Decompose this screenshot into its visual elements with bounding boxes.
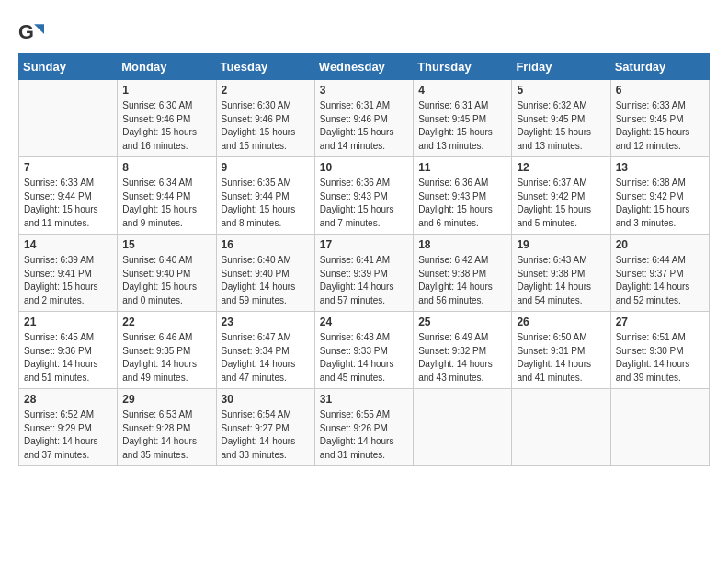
day-number: 30 xyxy=(222,393,310,406)
header-cell-wednesday: Wednesday xyxy=(314,54,413,80)
day-number: 3 xyxy=(320,84,408,97)
day-number: 28 xyxy=(24,393,112,406)
day-number: 18 xyxy=(418,238,506,251)
day-info: Sunrise: 6:35 AM Sunset: 9:44 PM Dayligh… xyxy=(222,177,310,230)
day-number: 29 xyxy=(122,393,210,406)
day-cell: 26Sunrise: 6:50 AM Sunset: 9:31 PM Dayli… xyxy=(512,312,610,389)
day-info: Sunrise: 6:53 AM Sunset: 9:28 PM Dayligh… xyxy=(122,408,210,462)
day-info: Sunrise: 6:44 AM Sunset: 9:37 PM Dayligh… xyxy=(616,254,704,307)
day-cell: 6Sunrise: 6:33 AM Sunset: 9:45 PM Daylig… xyxy=(610,80,709,157)
day-info: Sunrise: 6:51 AM Sunset: 9:30 PM Dayligh… xyxy=(616,331,704,385)
day-cell: 3Sunrise: 6:31 AM Sunset: 9:46 PM Daylig… xyxy=(314,80,413,157)
day-info: Sunrise: 6:33 AM Sunset: 9:45 PM Dayligh… xyxy=(616,99,704,153)
day-info: Sunrise: 6:39 AM Sunset: 9:41 PM Dayligh… xyxy=(24,254,112,307)
day-cell: 9Sunrise: 6:35 AM Sunset: 9:44 PM Daylig… xyxy=(216,157,314,235)
day-number: 17 xyxy=(320,238,408,251)
day-info: Sunrise: 6:31 AM Sunset: 9:46 PM Dayligh… xyxy=(320,99,408,153)
day-info: Sunrise: 6:41 AM Sunset: 9:39 PM Dayligh… xyxy=(320,254,408,307)
header-cell-saturday: Saturday xyxy=(610,54,709,80)
day-info: Sunrise: 6:36 AM Sunset: 9:43 PM Dayligh… xyxy=(418,177,506,230)
week-row-1: 1Sunrise: 6:30 AM Sunset: 9:46 PM Daylig… xyxy=(19,80,710,157)
day-info: Sunrise: 6:37 AM Sunset: 9:42 PM Dayligh… xyxy=(517,177,605,230)
day-number: 5 xyxy=(517,84,605,97)
day-number: 24 xyxy=(320,316,408,328)
day-cell: 23Sunrise: 6:47 AM Sunset: 9:34 PM Dayli… xyxy=(216,312,314,389)
day-cell: 13Sunrise: 6:38 AM Sunset: 9:42 PM Dayli… xyxy=(610,157,709,235)
day-info: Sunrise: 6:31 AM Sunset: 9:45 PM Dayligh… xyxy=(418,99,506,153)
day-cell: 7Sunrise: 6:33 AM Sunset: 9:44 PM Daylig… xyxy=(19,157,118,235)
day-number: 6 xyxy=(616,84,704,97)
logo: G xyxy=(18,18,48,44)
day-number: 2 xyxy=(222,84,310,97)
day-cell: 2Sunrise: 6:30 AM Sunset: 9:46 PM Daylig… xyxy=(216,80,314,157)
day-info: Sunrise: 6:50 AM Sunset: 9:31 PM Dayligh… xyxy=(517,331,605,385)
week-row-3: 14Sunrise: 6:39 AM Sunset: 9:41 PM Dayli… xyxy=(19,235,710,312)
day-cell: 22Sunrise: 6:46 AM Sunset: 9:35 PM Dayli… xyxy=(118,312,216,389)
week-row-5: 28Sunrise: 6:52 AM Sunset: 9:29 PM Dayli… xyxy=(19,389,710,466)
header-cell-friday: Friday xyxy=(512,54,610,80)
day-info: Sunrise: 6:48 AM Sunset: 9:33 PM Dayligh… xyxy=(320,331,408,385)
day-number: 21 xyxy=(24,316,112,328)
day-cell: 24Sunrise: 6:48 AM Sunset: 9:33 PM Dayli… xyxy=(314,312,413,389)
day-cell xyxy=(512,389,610,466)
svg-marker-1 xyxy=(34,24,44,34)
day-cell: 17Sunrise: 6:41 AM Sunset: 9:39 PM Dayli… xyxy=(314,235,413,312)
logo-icon: G xyxy=(18,18,44,44)
day-number: 4 xyxy=(418,84,506,97)
header-cell-monday: Monday xyxy=(118,54,216,80)
day-cell: 29Sunrise: 6:53 AM Sunset: 9:28 PM Dayli… xyxy=(118,389,216,466)
day-cell: 8Sunrise: 6:34 AM Sunset: 9:44 PM Daylig… xyxy=(118,157,216,235)
day-cell: 20Sunrise: 6:44 AM Sunset: 9:37 PM Dayli… xyxy=(610,235,709,312)
page-header: G xyxy=(18,18,710,44)
day-cell: 27Sunrise: 6:51 AM Sunset: 9:30 PM Dayli… xyxy=(610,312,709,389)
header-cell-tuesday: Tuesday xyxy=(216,54,314,80)
day-number: 13 xyxy=(616,161,704,174)
day-info: Sunrise: 6:32 AM Sunset: 9:45 PM Dayligh… xyxy=(517,99,605,153)
day-info: Sunrise: 6:33 AM Sunset: 9:44 PM Dayligh… xyxy=(24,177,112,230)
day-number: 12 xyxy=(517,161,605,174)
svg-text:G: G xyxy=(18,20,34,43)
day-cell: 12Sunrise: 6:37 AM Sunset: 9:42 PM Dayli… xyxy=(512,157,610,235)
day-cell: 21Sunrise: 6:45 AM Sunset: 9:36 PM Dayli… xyxy=(19,312,118,389)
header-cell-sunday: Sunday xyxy=(19,54,118,80)
day-info: Sunrise: 6:49 AM Sunset: 9:32 PM Dayligh… xyxy=(418,331,506,385)
day-cell: 14Sunrise: 6:39 AM Sunset: 9:41 PM Dayli… xyxy=(19,235,118,312)
day-cell xyxy=(610,389,709,466)
day-number: 19 xyxy=(517,238,605,251)
day-info: Sunrise: 6:30 AM Sunset: 9:46 PM Dayligh… xyxy=(222,99,310,153)
day-number: 15 xyxy=(122,238,210,251)
week-row-2: 7Sunrise: 6:33 AM Sunset: 9:44 PM Daylig… xyxy=(19,157,710,235)
day-info: Sunrise: 6:47 AM Sunset: 9:34 PM Dayligh… xyxy=(222,331,310,385)
calendar-table: SundayMondayTuesdayWednesdayThursdayFrid… xyxy=(18,53,710,466)
day-info: Sunrise: 6:42 AM Sunset: 9:38 PM Dayligh… xyxy=(418,254,506,307)
day-info: Sunrise: 6:54 AM Sunset: 9:27 PM Dayligh… xyxy=(222,408,310,462)
day-number: 10 xyxy=(320,161,408,174)
day-cell xyxy=(19,80,118,157)
day-cell: 11Sunrise: 6:36 AM Sunset: 9:43 PM Dayli… xyxy=(414,157,512,235)
day-number: 16 xyxy=(222,238,310,251)
day-cell: 25Sunrise: 6:49 AM Sunset: 9:32 PM Dayli… xyxy=(414,312,512,389)
day-cell: 31Sunrise: 6:55 AM Sunset: 9:26 PM Dayli… xyxy=(314,389,413,466)
day-cell: 1Sunrise: 6:30 AM Sunset: 9:46 PM Daylig… xyxy=(118,80,216,157)
day-number: 25 xyxy=(418,316,506,328)
day-number: 23 xyxy=(222,316,310,328)
day-info: Sunrise: 6:40 AM Sunset: 9:40 PM Dayligh… xyxy=(222,254,310,307)
day-info: Sunrise: 6:34 AM Sunset: 9:44 PM Dayligh… xyxy=(122,177,210,230)
day-number: 9 xyxy=(222,161,310,174)
day-cell: 10Sunrise: 6:36 AM Sunset: 9:43 PM Dayli… xyxy=(314,157,413,235)
day-cell: 16Sunrise: 6:40 AM Sunset: 9:40 PM Dayli… xyxy=(216,235,314,312)
day-info: Sunrise: 6:46 AM Sunset: 9:35 PM Dayligh… xyxy=(122,331,210,385)
day-number: 20 xyxy=(616,238,704,251)
day-info: Sunrise: 6:38 AM Sunset: 9:42 PM Dayligh… xyxy=(616,177,704,230)
day-cell: 28Sunrise: 6:52 AM Sunset: 9:29 PM Dayli… xyxy=(19,389,118,466)
day-number: 1 xyxy=(122,84,210,97)
day-number: 22 xyxy=(122,316,210,328)
day-info: Sunrise: 6:55 AM Sunset: 9:26 PM Dayligh… xyxy=(320,408,408,462)
day-number: 11 xyxy=(418,161,506,174)
day-number: 8 xyxy=(122,161,210,174)
day-info: Sunrise: 6:40 AM Sunset: 9:40 PM Dayligh… xyxy=(122,254,210,307)
day-cell: 4Sunrise: 6:31 AM Sunset: 9:45 PM Daylig… xyxy=(414,80,512,157)
day-cell: 15Sunrise: 6:40 AM Sunset: 9:40 PM Dayli… xyxy=(118,235,216,312)
week-row-4: 21Sunrise: 6:45 AM Sunset: 9:36 PM Dayli… xyxy=(19,312,710,389)
day-number: 7 xyxy=(24,161,112,174)
